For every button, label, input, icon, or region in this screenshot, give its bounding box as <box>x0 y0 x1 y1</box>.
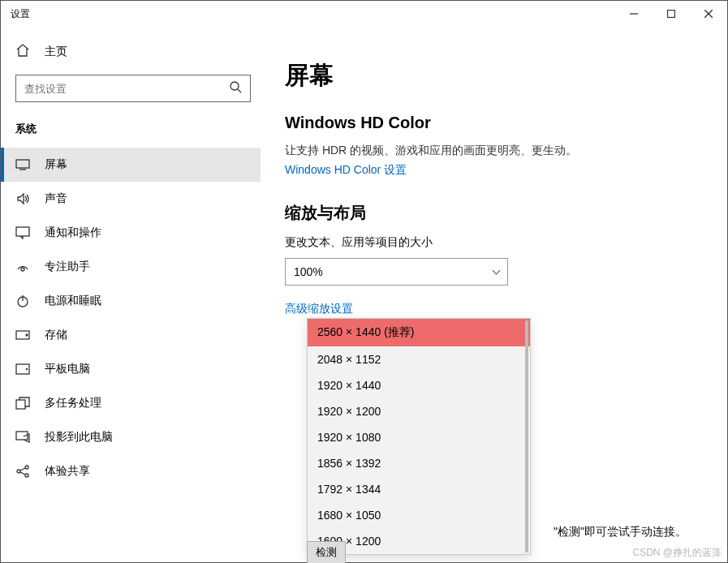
resolution-option[interactable]: 1920 × 1200 <box>308 398 530 424</box>
svg-point-13 <box>26 334 28 336</box>
watermark: CSDN @挣扎的蓝藻 <box>632 546 722 560</box>
nav-sound[interactable]: 声音 <box>1 182 261 216</box>
nav-label: 电源和睡眠 <box>45 294 101 308</box>
resolution-dropdown[interactable]: 2560 × 1440 (推荐) 2048 × 1152 1920 × 1440… <box>307 318 531 555</box>
sidebar: 主页 系统 屏幕 声音 通知和操作 <box>1 27 261 562</box>
nav-label: 屏幕 <box>45 157 67 172</box>
search-input[interactable] <box>24 83 229 95</box>
nav-label: 声音 <box>45 191 67 206</box>
resolution-option[interactable]: 2560 × 1440 (推荐) <box>308 319 530 346</box>
svg-rect-8 <box>16 227 29 236</box>
svg-rect-1 <box>668 11 675 18</box>
scale-combobox[interactable]: 100% <box>285 258 508 286</box>
svg-point-19 <box>25 466 28 469</box>
minimize-button[interactable] <box>615 1 653 27</box>
nav-label: 体验共享 <box>45 464 90 479</box>
dropdown-scrollbar[interactable] <box>525 320 528 552</box>
search-icon <box>229 80 242 97</box>
nav-label: 通知和操作 <box>45 226 101 240</box>
resolution-option[interactable]: 1792 × 1344 <box>308 476 530 502</box>
chevron-down-icon <box>493 267 501 275</box>
svg-line-21 <box>20 468 25 471</box>
resolution-option[interactable]: 1680 × 1050 <box>308 502 530 528</box>
resolution-option[interactable]: 1856 × 1392 <box>308 450 530 476</box>
nav-notifications[interactable]: 通知和操作 <box>1 216 261 250</box>
adv-scale-link[interactable]: 高级缩放设置 <box>285 302 703 316</box>
home-icon <box>15 43 30 60</box>
nav-label: 平板电脑 <box>45 362 90 376</box>
svg-rect-16 <box>16 400 25 409</box>
nav-storage[interactable]: 存储 <box>1 318 261 352</box>
focus-assist-icon <box>15 260 30 274</box>
nav-label: 专注助手 <box>45 260 90 274</box>
nav-multitasking[interactable]: 多任务处理 <box>1 386 261 420</box>
scale-label: 更改文本、应用等项目的大小 <box>285 235 703 250</box>
svg-point-4 <box>230 82 239 90</box>
detect-hint: "检测"即可尝试手动连接。 <box>554 525 687 539</box>
resolution-option[interactable]: 2048 × 1152 <box>308 346 530 372</box>
page-title: 屏幕 <box>285 59 703 92</box>
power-icon <box>15 294 30 308</box>
nav-label: 多任务处理 <box>45 396 101 410</box>
svg-line-22 <box>20 472 25 475</box>
detect-button[interactable]: 检测 <box>307 541 346 563</box>
window-title: 设置 <box>11 7 615 21</box>
nav-focus-assist[interactable]: 专注助手 <box>1 250 261 284</box>
titlebar: 设置 <box>1 1 727 27</box>
home-label: 主页 <box>45 45 67 59</box>
nav-display[interactable]: 屏幕 <box>1 148 261 182</box>
svg-rect-6 <box>16 160 29 168</box>
scale-value: 100% <box>294 265 323 278</box>
project-icon <box>15 430 30 445</box>
multitasking-icon <box>15 396 30 410</box>
storage-icon <box>15 328 30 342</box>
resolution-option[interactable]: 1920 × 1440 <box>308 372 530 398</box>
notifications-icon <box>15 226 30 240</box>
shared-icon <box>15 464 30 479</box>
section-label: 系统 <box>1 114 261 148</box>
nav-label: 投影到此电脑 <box>45 430 113 445</box>
svg-point-18 <box>17 470 20 473</box>
svg-line-5 <box>238 89 241 92</box>
close-button[interactable] <box>690 1 727 27</box>
sound-icon <box>15 191 30 206</box>
display-icon <box>15 157 30 172</box>
search-box[interactable] <box>15 75 251 102</box>
scale-heading: 缩放与布局 <box>285 202 703 224</box>
nav-tablet[interactable]: 平板电脑 <box>1 352 261 386</box>
nav-project[interactable]: 投影到此电脑 <box>1 420 261 454</box>
nav-label: 存储 <box>45 328 67 342</box>
hdcolor-desc: 让支持 HDR 的视频、游戏和应用的画面更明亮、更生动。 <box>285 144 703 158</box>
hdcolor-link[interactable]: Windows HD Color 设置 <box>285 163 703 178</box>
tablet-icon <box>15 362 30 376</box>
nav-shared-exp[interactable]: 体验共享 <box>1 454 261 488</box>
svg-point-15 <box>26 368 27 369</box>
home-nav[interactable]: 主页 <box>1 35 261 68</box>
hdcolor-heading: Windows HD Color <box>285 114 703 132</box>
maximize-button[interactable] <box>653 1 690 27</box>
nav-power-sleep[interactable]: 电源和睡眠 <box>1 284 261 318</box>
resolution-option[interactable]: 1920 × 1080 <box>308 424 530 450</box>
svg-point-9 <box>21 268 24 271</box>
svg-point-20 <box>25 474 28 477</box>
